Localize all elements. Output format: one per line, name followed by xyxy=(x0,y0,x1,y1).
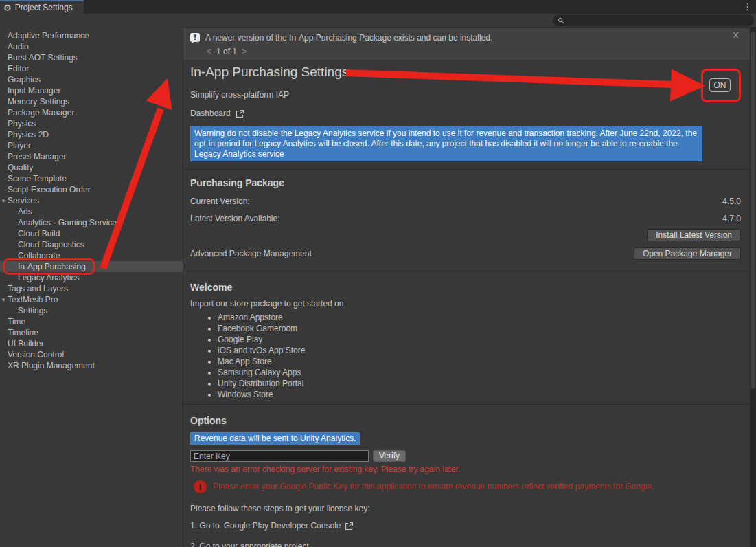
sidebar-item[interactable]: ▼ Script Execution Order xyxy=(0,184,183,195)
welcome-title: Welcome xyxy=(190,282,741,293)
sidebar-item-label: Timeline xyxy=(8,328,38,337)
divider xyxy=(183,271,751,271)
store-list-item: Mac App Store xyxy=(218,356,741,367)
sidebar-item-label: Burst AOT Settings xyxy=(8,53,78,63)
divider xyxy=(183,404,751,405)
sidebar-item[interactable]: ▼ Package Manager xyxy=(0,107,183,118)
sidebar-item[interactable]: ▼ Ads xyxy=(0,206,183,217)
sidebar-item-label: Services xyxy=(8,196,39,205)
purchasing-package-title: Purchasing Package xyxy=(190,177,741,188)
sidebar-item[interactable]: ▼ Adaptive Performance xyxy=(0,30,183,41)
tab-project-settings[interactable]: ⚙ Project Settings xyxy=(0,0,84,14)
store-list-item: Unity Distribution Portal xyxy=(218,378,741,389)
key-entry-row: Verify xyxy=(190,450,741,462)
sidebar-item[interactable]: ▼ Time xyxy=(0,316,183,327)
toolbar xyxy=(0,14,756,27)
sidebar-item[interactable]: ▼ UI Builder xyxy=(0,338,183,349)
dashboard-link[interactable]: Dashboard xyxy=(190,109,741,118)
window-title: Project Settings xyxy=(15,3,73,12)
sidebar-item-label: Script Execution Order xyxy=(8,185,91,194)
sidebar-item[interactable]: ▼ Memory Settings xyxy=(0,96,183,107)
sidebar-item[interactable]: ▼ Editor xyxy=(0,63,183,74)
search-box[interactable] xyxy=(553,15,754,26)
pager-prev-icon[interactable]: < xyxy=(207,47,211,56)
sidebar-item-label: Audio xyxy=(8,42,29,52)
sidebar-item-label: Analytics - Gaming Services xyxy=(18,218,121,227)
title-bar: ⚙ Project Settings ⋮ xyxy=(0,0,756,14)
sidebar-item-label: Time xyxy=(8,317,25,326)
sidebar-item[interactable]: ▼ Services xyxy=(0,195,183,206)
sidebar-item[interactable]: ▼ Graphics xyxy=(0,74,183,85)
sidebar-item[interactable]: ▼ Physics 2D xyxy=(0,129,183,140)
external-link-icon xyxy=(236,109,244,118)
latest-version-row: Latest Version Available: 4.7.0 xyxy=(190,214,741,223)
sidebar-item[interactable]: ▼ Version Control xyxy=(0,349,183,360)
sidebar-item-label: Memory Settings xyxy=(8,97,69,107)
sidebar-item[interactable]: ▼ Cloud Build xyxy=(0,228,183,239)
sidebar-item-label: Graphics xyxy=(8,75,41,85)
google-play-console-link[interactable]: Google Play Developer Console xyxy=(224,521,341,531)
google-key-input[interactable] xyxy=(190,450,369,462)
steps-intro: Please follow these steps to get your li… xyxy=(190,504,741,513)
sidebar-item[interactable]: ▼ Analytics - Gaming Services xyxy=(0,217,183,228)
page-subtitle: Simplify cross-platform IAP xyxy=(190,90,741,100)
foldout-triangle-icon[interactable]: ▼ xyxy=(1,196,6,207)
foldout-triangle-icon[interactable]: ▼ xyxy=(1,295,6,306)
main-panel: ! A newer version of the In-App Purchasi… xyxy=(183,27,756,547)
step-2-text: 2. Go to your appropriate project. xyxy=(190,542,741,547)
sidebar-item-label: Editor xyxy=(8,64,29,74)
pager-next-icon[interactable]: > xyxy=(242,47,247,56)
iap-toggle-on-button[interactable]: ON xyxy=(709,78,731,92)
sidebar-item[interactable]: ▼ Settings xyxy=(0,305,183,316)
update-notification-banner: ! A newer version of the In-App Purchasi… xyxy=(183,27,750,60)
store-list-item: iOS and tvOs App Store xyxy=(218,345,741,356)
install-latest-version-button[interactable]: Install Latest Version xyxy=(647,229,741,241)
sidebar-item[interactable]: ▼ Scene Template xyxy=(0,173,183,184)
sidebar-item-label: Preset Manager xyxy=(8,152,66,161)
pager-label: 1 of 1 xyxy=(216,47,237,56)
sidebar-item[interactable]: ▼ Legacy Analytics xyxy=(0,272,183,283)
install-row: Install Latest Version xyxy=(190,229,741,241)
sidebar-item[interactable]: ▼ Burst AOT Settings xyxy=(0,52,183,63)
current-version-row: Current Version: 4.5.0 xyxy=(190,197,741,206)
verify-button[interactable]: Verify xyxy=(373,450,406,462)
google-key-notice-row: i Please enter your Google Public Key fo… xyxy=(190,480,741,493)
kebab-menu-icon[interactable]: ⋮ xyxy=(743,1,752,12)
sidebar-item-label: Cloud Diagnostics xyxy=(18,240,84,249)
sidebar-item[interactable]: ▼ Tags and Layers xyxy=(0,283,183,294)
search-input[interactable] xyxy=(567,16,739,25)
store-list-item: Amazon Appstore xyxy=(218,312,741,323)
close-icon[interactable]: X xyxy=(733,30,739,41)
scrollbar-thumb[interactable] xyxy=(751,32,755,389)
current-version-value: 4.5.0 xyxy=(722,197,741,206)
sidebar-item[interactable]: ▼ Physics xyxy=(0,118,183,129)
current-version-label: Current Version: xyxy=(190,197,250,206)
sidebar-item[interactable]: ▼ Cloud Diagnostics xyxy=(0,239,183,250)
google-key-message: Please enter your Google Public Key for … xyxy=(213,480,654,491)
sidebar-item-label: TextMesh Pro xyxy=(8,295,58,304)
store-list-item: Google Play xyxy=(218,334,741,345)
sidebar-item[interactable]: ▼ Audio xyxy=(0,41,183,52)
sidebar-item[interactable]: ▼ Timeline xyxy=(0,327,183,338)
store-list-item: Windows Store xyxy=(218,389,741,400)
sidebar-item-label: Version Control xyxy=(8,350,64,359)
sidebar-item[interactable]: ▼ Player xyxy=(0,140,183,151)
step-1-prefix: 1. Go to xyxy=(190,521,220,531)
sidebar-item[interactable]: ▼ In-App Purchasing xyxy=(0,261,183,272)
sidebar-item-label: Physics 2D xyxy=(8,130,49,139)
notification-bubble-icon: ! xyxy=(190,33,200,42)
sidebar-item-label: Tags and Layers xyxy=(8,284,68,293)
sidebar-item[interactable]: ▼ Input Manager xyxy=(0,85,183,96)
sidebar-item-label: Package Manager xyxy=(8,108,74,118)
open-package-manager-button[interactable]: Open Package Manager xyxy=(634,247,741,260)
sidebar-item[interactable]: ▼ XR Plugin Management xyxy=(0,360,183,371)
sidebar-item-label: Settings xyxy=(18,306,47,315)
sidebar-item[interactable]: ▼ TextMesh Pro xyxy=(0,294,183,305)
sidebar-item[interactable]: ▼ Preset Manager xyxy=(0,151,183,162)
vertical-scrollbar[interactable] xyxy=(750,27,756,547)
notification-pager: < 1 of 1 > xyxy=(207,47,247,56)
divider xyxy=(183,169,751,170)
sidebar-item[interactable]: ▼ Quality xyxy=(0,162,183,173)
sidebar-item[interactable]: ▼ Collaborate xyxy=(0,250,183,261)
sidebar-item-label: Cloud Build xyxy=(18,229,60,238)
